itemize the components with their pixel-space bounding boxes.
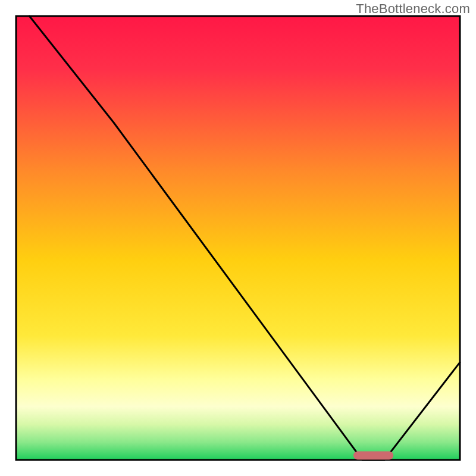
bottleneck-chart [0, 0, 476, 476]
chart-root: TheBottleneck.com [0, 0, 476, 476]
watermark: TheBottleneck.com [356, 1, 470, 17]
optimal-range-marker [353, 452, 393, 460]
